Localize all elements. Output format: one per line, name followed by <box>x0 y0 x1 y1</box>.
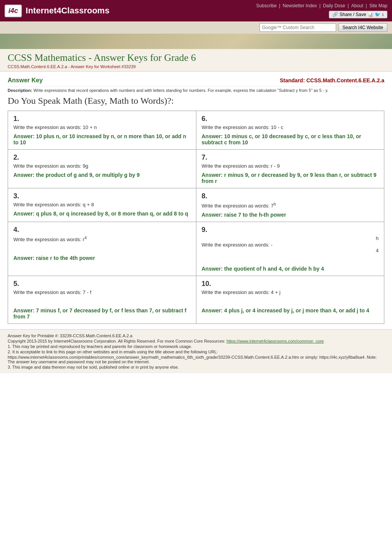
problem-answer-1: Answer: 10 plus n, or 10 increased by n,… <box>13 133 191 145</box>
footer-note-1: 1. This may be printed and reproduced by… <box>8 344 384 349</box>
footer-copyright: Copyright 2013-2015 by Internet4Classroo… <box>8 339 384 343</box>
logo-title: Internet4Classrooms <box>26 6 109 16</box>
description-text: Write expressions that record operations… <box>33 88 328 93</box>
footer-common-core-link[interactable]: https://www.internet4classrooms.com/comm… <box>227 339 324 343</box>
problem-cell-2: 2. Write the expression as words: 9g Ans… <box>8 150 196 188</box>
answer-key-label: Answer Key <box>8 77 43 84</box>
problem-cell-7: 7. Write the expression as words: r - 9 … <box>196 150 384 188</box>
page-title-bar: CCSS Mathematics - Answer Keys for Grade… <box>0 49 392 72</box>
problem-answer-2: Answer: the product of g and 9, or multi… <box>13 172 191 178</box>
worksheet-title: Do You Speak Math (Easy, Math to Words)?… <box>8 96 384 106</box>
problem-number-9: 9. <box>202 226 379 234</box>
problem-text-1: Write the expression as words: 10 + n <box>13 124 191 130</box>
footer-note-2: 2. It is acceptable to link to this page… <box>8 350 384 354</box>
problem-number-10: 10. <box>202 280 379 288</box>
footer-printable: Answer Key for Printable #: 33239-CCSS.M… <box>8 333 384 338</box>
problem-cell-8: 8. Write the expression as words: 7h Ans… <box>196 188 384 222</box>
standard-label: Standard: CCSS.Math.Content.6.EE.A.2.a <box>280 77 384 83</box>
nav-site-map[interactable]: Site Map <box>369 3 387 8</box>
problem-answer-9: Answer: the quotient of h and 4, or divi… <box>202 266 379 272</box>
logo-area: i4c Internet4Classrooms <box>5 5 109 17</box>
problem-answer-8: Answer: raise 7 to the h-th power <box>202 212 379 218</box>
problems-table: 1. Write the expression as words: 10 + n… <box>8 111 384 324</box>
share-label: Share / Save <box>340 12 366 17</box>
problem-text-10: Write the expression as words: 4 + j <box>202 289 379 295</box>
problem-number-2: 2. <box>13 154 191 162</box>
problem-number-4: 4. <box>13 226 191 234</box>
table-row: 3. Write the expression as words: q + 8 … <box>8 188 384 222</box>
problem-cell-1: 1. Write the expression as words: 10 + n… <box>8 111 196 150</box>
description-prefix: Description: <box>8 88 32 93</box>
search-button[interactable]: Search I4C Website <box>338 23 388 32</box>
footer-note-3: 3. This image and data thereon may not b… <box>8 365 384 369</box>
share-social-icons: 📊 🐦 ↕ <box>368 12 384 17</box>
footer-note-url: https://www.internet4classrooms.com/prin… <box>8 355 384 364</box>
page-header: i4c Internet4Classrooms Subscribe | News… <box>0 0 392 21</box>
problem-answer-5: Answer: 7 minus f, or 7 decreased by f, … <box>13 307 191 320</box>
problem-number-3: 3. <box>13 192 191 200</box>
problem-text-4: Write the expression as words: r4 <box>13 235 191 242</box>
problem-cell-4: 4. Write the expression as words: r4 Ans… <box>8 222 196 276</box>
breadcrumb: CCSS.Math.Content.6.EE.A.2.a - Answer Ke… <box>8 64 384 70</box>
problem-answer-6: Answer: 10 minus c, or 10 decreased by c… <box>202 133 379 145</box>
logo-acronym: i4c <box>5 5 22 17</box>
nav-daily-dose[interactable]: Daily Dose <box>323 3 345 8</box>
nav-about[interactable]: About <box>351 3 363 8</box>
table-row: 2. Write the expression as words: 9g Ans… <box>8 150 384 188</box>
problem-number-5: 5. <box>13 280 191 288</box>
problem-text-7: Write the expression as words: r - 9 <box>202 163 379 169</box>
problem-text-2: Write the expression as words: 9g <box>13 163 191 169</box>
nav-newsletter-index[interactable]: Newsletter Index <box>283 3 317 8</box>
problem-cell-3: 3. Write the expression as words: q + 8 … <box>8 188 196 222</box>
problem-text-5: Write the expression as words: 7 - f <box>13 289 191 295</box>
problem-number-7: 7. <box>202 154 379 162</box>
problem-cell-5: 5. Write the expression as words: 7 - f … <box>8 276 196 324</box>
problem-text-3: Write the expression as words: q + 8 <box>13 202 191 207</box>
table-row: 4. Write the expression as words: r4 Ans… <box>8 222 384 276</box>
problem-text-9: h Write the expression as words: - 4 <box>202 235 379 253</box>
share-icon: 🔗 <box>332 12 338 17</box>
hero-banner <box>0 34 392 49</box>
problem-cell-6: 6. Write the expression as words: 10 - c… <box>196 111 384 150</box>
answer-key-header: Answer Key Standard: CCSS.Math.Content.6… <box>8 75 384 87</box>
problem-text-8: Write the expression as words: 7h <box>202 202 379 209</box>
description: Description: Write expressions that reco… <box>8 88 384 93</box>
nav-links: Subscribe | Newsletter Index | Daily Dos… <box>256 3 387 8</box>
table-row: 5. Write the expression as words: 7 - f … <box>8 276 384 324</box>
problem-answer-3: Answer: q plus 8, or q increased by 8, o… <box>13 211 191 217</box>
page-footer: Answer Key for Printable #: 33239-CCSS.M… <box>0 329 392 373</box>
problem-cell-9: 9. h Write the expression as words: - 4 … <box>196 222 384 276</box>
search-input[interactable] <box>260 23 336 32</box>
problem-answer-4: Answer: raise r to the 4th power <box>13 255 191 261</box>
header-nav: Subscribe | Newsletter Index | Daily Dos… <box>256 3 387 18</box>
problem-text-6: Write the expression as words: 10 - c <box>202 124 379 130</box>
main-content: Answer Key Standard: CCSS.Math.Content.6… <box>0 72 392 327</box>
problem-number-8: 8. <box>202 192 379 200</box>
problem-number-6: 6. <box>202 115 379 123</box>
search-bar: Search I4C Website <box>0 21 392 34</box>
problem-answer-7: Answer: r minus 9, or r decreased by 9, … <box>202 172 379 184</box>
problem-number-1: 1. <box>13 115 191 123</box>
problem-cell-10: 10. Write the expression as words: 4 + j… <box>196 276 384 324</box>
page-title: CCSS Mathematics - Answer Keys for Grade… <box>8 52 384 64</box>
problem-answer-10: Answer: 4 plus j, or 4 increased by j, o… <box>202 307 379 314</box>
table-row: 1. Write the expression as words: 10 + n… <box>8 111 384 150</box>
share-save-button[interactable]: 🔗 Share / Save 📊 🐦 ↕ <box>329 11 387 18</box>
nav-subscribe[interactable]: Subscribe <box>256 3 276 8</box>
